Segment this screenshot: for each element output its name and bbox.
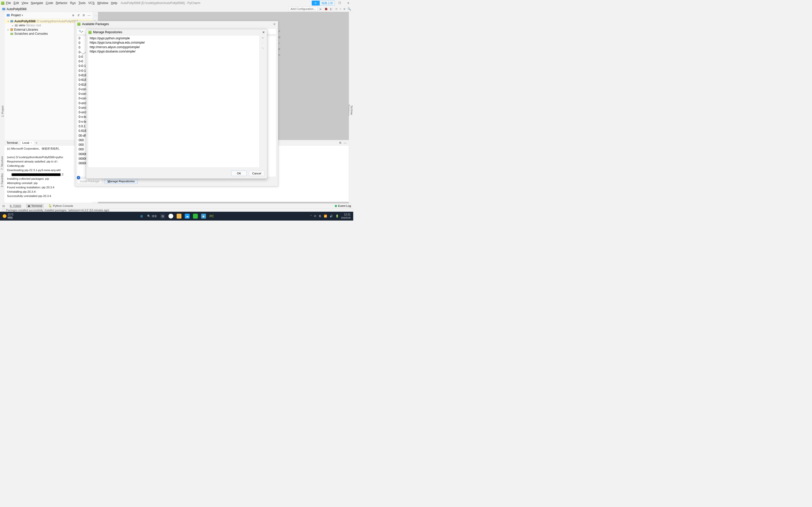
dialog-titlebar[interactable]: Available Packages ✕ [75,21,278,27]
menu-file[interactable]: FFileile [6,1,11,5]
menu-tools[interactable]: Tools [79,1,86,5]
add-configuration-button[interactable]: Add Configuration... [289,7,318,11]
close-icon[interactable]: ✕ [273,22,276,26]
debug-icon[interactable]: 🐞 [324,7,328,11]
status-bar: Packages installed successfully: Install… [0,208,353,212]
tab-terminal[interactable]: ▣ Terminal [26,204,44,208]
close-icon[interactable]: ✕ [262,31,265,34]
menu-help[interactable]: Help [111,1,117,5]
folder-icon [7,14,10,16]
drag-upload-button[interactable]: 拖拽上传 [320,1,335,6]
window-close-icon[interactable]: ✕ [344,1,352,6]
manage-repositories-dialog: Manage Repositories ✕ https://pypi.pytho… [86,29,267,178]
expand-caret-icon[interactable]: ▸ [12,24,15,26]
notification-dot-icon [335,205,337,207]
tab-todo[interactable]: 6: TODO [8,204,23,208]
battery-icon[interactable]: 🔋 [336,215,339,218]
run-icon[interactable]: ▶ [320,7,322,11]
taskbar-search[interactable]: 🔍 搜索 [147,215,157,218]
terminal-label: Terminal: [7,141,18,144]
status-icon[interactable] [2,209,5,212]
hide-icon[interactable]: — [344,141,347,144]
sync-icon[interactable]: ⟳ [314,215,316,218]
search-everywhere-icon[interactable]: 🔍 [347,7,351,11]
folder-icon [10,20,13,22]
dialog-title: Available Packages [82,22,109,26]
dropdown-icon[interactable]: ▾ [21,13,23,17]
project-panel-title[interactable]: Project [11,13,21,17]
taskbar-weather[interactable]: 21°C 晴朗 [3,213,13,219]
ime-indicator[interactable]: 英 [319,215,321,218]
expand-caret-icon[interactable]: ▸ [8,29,10,31]
tab-python-console[interactable]: 🐍 Python Console [47,204,74,208]
pycharm-icon [78,22,81,25]
menu-vcs[interactable]: VCS [88,1,95,5]
system-tray: ˄ ⟳ 英 📶 🔊 🔋 12:21 2023/1/6 [310,213,350,219]
stop-icon[interactable]: ■ [344,7,345,11]
weather-temp: 21°C [8,213,13,216]
structure-tool-tab[interactable]: 7: Structure [0,154,4,172]
taskbar-clock[interactable]: 12:21 2023/1/6 [341,213,350,219]
navigation-bar: AutoPolly6566 Add Configuration... ▶ 🐞 ◧… [0,6,353,12]
settings-icon[interactable]: ⚙ [83,13,85,17]
repository-item[interactable]: https://pypi.python.org/simple [89,36,258,40]
start-button[interactable]: ⊞ [139,214,144,219]
right-tool-stripe: SciView Database [349,12,353,208]
pycharm-taskbar-icon[interactable]: PC [209,214,214,219]
repository-item[interactable]: https://pypi.doubanio.com/simple/ [89,49,258,54]
repository-item[interactable]: http://mirrors.aliyun.com/pypi/simple/ [89,45,258,49]
gear-icon[interactable]: ⚙ [339,141,342,144]
window-restore-icon[interactable]: ❐ [336,1,343,6]
file-icon[interactable]: 📄 [93,14,98,19]
titlebar: FFileile Edit View Navigate Code Refacto… [0,0,353,6]
menu-navigate[interactable]: Navigate [31,1,43,5]
repository-list[interactable]: https://pypi.python.org/simplehttps://py… [88,35,260,168]
menu-window[interactable]: Window [97,1,108,5]
pycharm-icon [1,2,4,5]
main-menu: FFileile Edit View Navigate Code Refacto… [6,1,117,5]
new-terminal-button[interactable]: + [36,141,38,145]
taskview-icon[interactable]: ⧉ [160,214,165,219]
locate-icon[interactable]: ⊕ [72,13,74,17]
coverage-icon[interactable]: ◧ [330,7,333,11]
help-icon[interactable]: ? [77,176,80,179]
explorer-icon[interactable] [176,214,182,219]
menu-code[interactable]: Code [46,1,53,5]
chevron-up-icon[interactable]: ˄ [310,215,312,218]
volume-icon[interactable]: 🔊 [329,215,333,218]
hide-icon[interactable]: — [88,13,90,17]
terminal-tab-local[interactable]: Local × [20,140,34,145]
ok-button[interactable]: OK [231,171,247,176]
manage-repositories-button[interactable]: Manage Repositories [105,178,138,184]
cloud-sync-icon[interactable]: ⟳ [312,1,319,6]
menu-edit[interactable]: Edit [14,1,19,5]
repository-item[interactable]: https://pypi.tuna.tsinghua.edu.cn/simple… [89,41,258,45]
menu-refactor[interactable]: Refactor [56,1,67,5]
cancel-button[interactable]: Cancel [249,171,264,176]
tab-event-log[interactable]: Event Log [338,204,351,208]
edit-repo-button[interactable]: ✎ [262,47,264,50]
sciview-tool-tab[interactable]: SciView [350,12,353,208]
expand-icon[interactable]: ⇵ [78,13,80,17]
chrome-icon[interactable] [168,214,173,219]
remove-repo-button[interactable]: − [262,42,264,45]
wechat-icon[interactable] [193,214,198,219]
wifi-icon[interactable]: 📶 [324,215,327,218]
menu-run[interactable]: Run [70,1,75,5]
app-icon[interactable]: ◆ [201,214,206,219]
baidu-netdisk-icon[interactable]: ☁ [185,214,190,219]
menu-view[interactable]: View [21,1,28,5]
profile-icon[interactable]: ◔ [335,7,338,11]
breadcrumb-project[interactable]: AutoPolly6566 [7,7,27,11]
expand-caret-icon[interactable]: ▾ [8,20,10,22]
library-icon [10,29,13,31]
attach-icon[interactable]: ≡ [340,7,342,11]
tool-window-bars-icon[interactable]: ▤ [2,204,5,208]
search-icon: 🔍▾ [79,30,83,33]
add-repo-button[interactable]: + [262,37,264,40]
favorites-tool-tab[interactable]: 2: Favorites [0,172,4,189]
tree-root-name: AutoPolly6566 [14,19,36,23]
dialog-titlebar[interactable]: Manage Repositories ✕ [86,30,267,35]
close-icon[interactable]: × [31,141,32,145]
status-message: Packages installed successfully: Install… [6,209,109,212]
